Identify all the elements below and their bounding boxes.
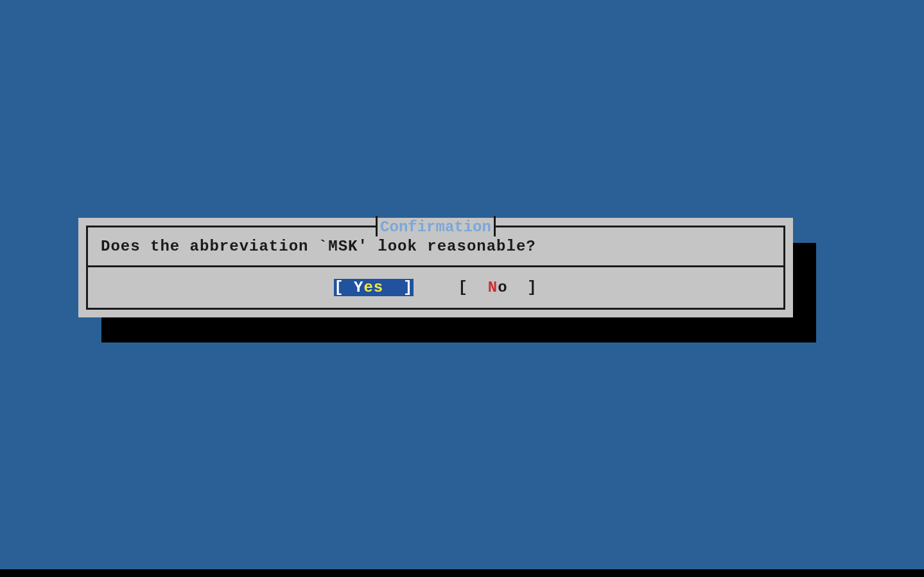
dialog-title-wrap: Confirmation [78, 218, 793, 236]
dialog-button-row: [ Yes ] [ No ] [88, 267, 783, 308]
confirmation-dialog: Confirmation Does the abbreviation `MSK'… [78, 218, 793, 317]
yes-hotkey-first: Y [354, 279, 363, 296]
no-rest: o [498, 279, 507, 296]
yes-hotkey-rest: es [363, 279, 383, 296]
yes-button[interactable]: [ Yes ] [334, 279, 413, 296]
bracket-close: ] [508, 279, 537, 296]
bracket-close: ] [383, 279, 413, 296]
dialog-inner: Does the abbreviation `MSK' look reasona… [86, 226, 785, 310]
bracket-open: [ [334, 279, 354, 296]
no-button[interactable]: [ No ] [458, 279, 537, 296]
no-hotkey: N [488, 279, 498, 296]
bottom-bar [0, 569, 924, 577]
bracket-open: [ [458, 279, 488, 296]
dialog-title: Confirmation [378, 218, 494, 236]
